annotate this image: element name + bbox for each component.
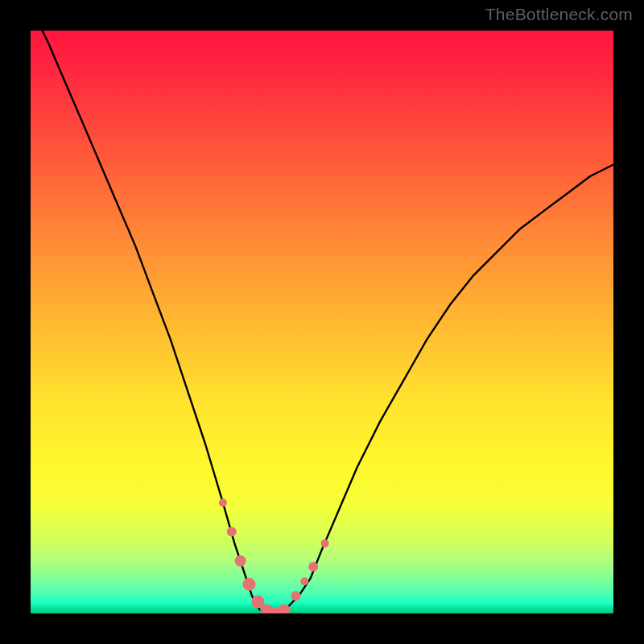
watermark-text: TheBottleneck.com [485, 5, 633, 24]
highlight-dot [235, 555, 246, 567]
highlight-dot [321, 539, 329, 547]
highlight-dot [219, 498, 227, 506]
highlight-dot [243, 578, 256, 591]
highlight-dot [291, 591, 300, 601]
highlight-dot [300, 577, 308, 585]
plot-area [31, 31, 613, 613]
chart-svg [31, 31, 613, 613]
highlight-dot [227, 527, 237, 537]
highlight-dots [219, 498, 329, 613]
bottleneck-curve [31, 31, 613, 613]
chart-frame: TheBottleneck.com [0, 0, 644, 644]
highlight-dot [308, 562, 318, 572]
